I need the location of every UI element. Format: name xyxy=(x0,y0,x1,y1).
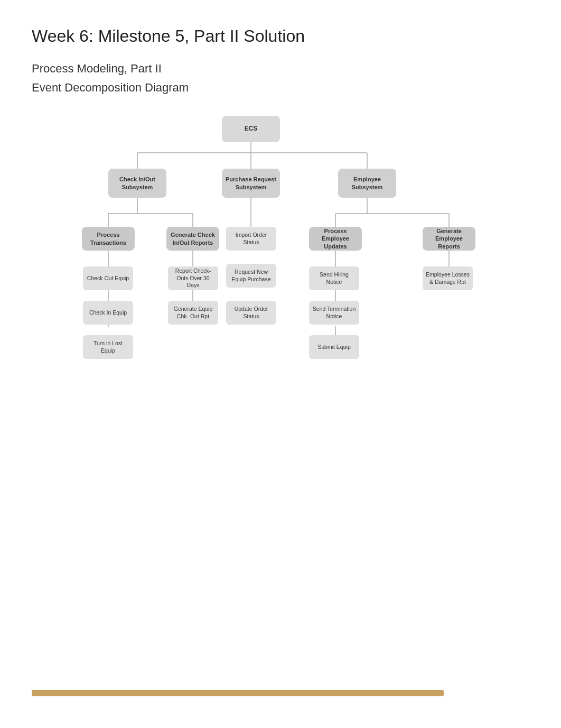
node-update-order-status: Update Order Status xyxy=(226,301,276,325)
node-checkout-equip: Check Out Equip xyxy=(83,266,133,290)
subtitle1: Process Modeling, Part II xyxy=(32,62,529,76)
node-send-termination-notice: Send Termination Notice xyxy=(309,301,359,325)
node-generate-equip-rpt: Generate Equip Chk- Out Rpt xyxy=(168,301,218,325)
node-request-new-equip: Request New Equip Purchase xyxy=(226,264,276,288)
page-title: Week 6: Milestone 5, Part II Solution xyxy=(32,26,529,46)
diagram: ECS Check In/Out Subsystem Purchase Requ… xyxy=(32,110,518,417)
node-turnin-lost-equip: Turn in Lost Equip xyxy=(83,335,133,359)
node-send-hiring-notice: Send Hiring Notice xyxy=(309,266,359,290)
node-checkinout-subsystem: Check In/Out Subsystem xyxy=(108,169,166,198)
node-ecs: ECS xyxy=(222,116,280,142)
subtitle2: Event Decomposition Diagram xyxy=(32,81,529,95)
node-purchase-subsystem: Purchase Request Subsystem xyxy=(222,169,280,198)
bottom-bar xyxy=(32,690,444,696)
node-generate-employee-reports: Generate Employee Reports xyxy=(423,227,475,251)
node-generate-checkinout-reports: Generate Check In/Out Reports xyxy=(166,227,219,251)
node-report-checkouts: Report Check-Outs Over 30 Days xyxy=(168,266,218,290)
node-checkin-equip: Check In Equip xyxy=(83,301,133,325)
node-import-order-status: Import Order Status xyxy=(226,227,276,251)
node-employee-losses-rpt: Employee Losses & Damage Rpt xyxy=(423,266,473,290)
node-submit-equip: Submit Equip xyxy=(309,335,359,359)
node-process-transactions: Process Transactions xyxy=(82,227,135,251)
node-process-employee-updates: Process Employee Updates xyxy=(309,227,362,251)
node-employee-subsystem: Employee Subsystem xyxy=(338,169,396,198)
